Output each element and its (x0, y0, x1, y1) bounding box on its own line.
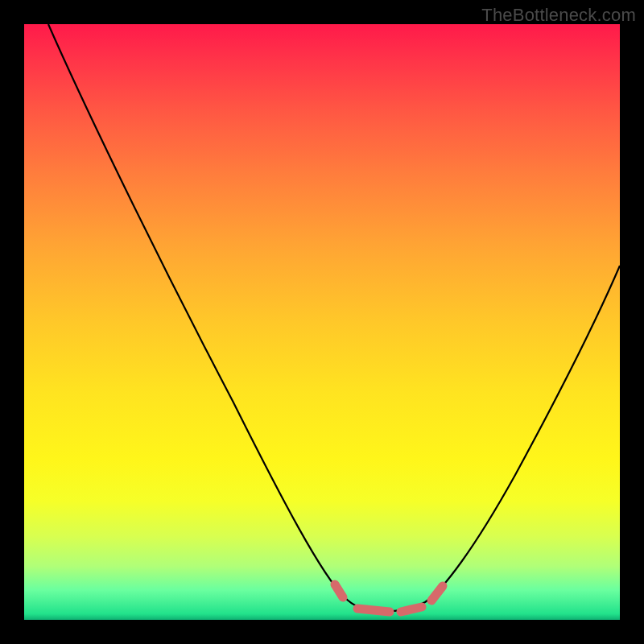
svg-line-0 (335, 584, 343, 597)
bottleneck-curve (48, 24, 620, 611)
chart-container: TheBottleneck.com (0, 0, 644, 644)
curve-layer (24, 24, 620, 620)
watermark-text: TheBottleneck.com (481, 5, 636, 26)
svg-line-3 (431, 586, 443, 601)
plot-area (24, 24, 620, 620)
svg-line-1 (357, 609, 390, 612)
svg-line-2 (401, 607, 422, 612)
highlight-dashes (335, 584, 443, 612)
